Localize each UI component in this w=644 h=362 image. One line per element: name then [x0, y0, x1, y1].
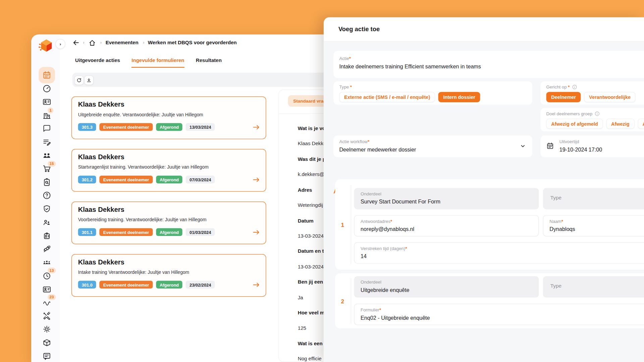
sidebar-item-contacts[interactable]: [42, 97, 52, 107]
formulier-field[interactable]: Formulier* Enq02 - Uitgebreide enquête: [354, 304, 644, 325]
package-icon: [42, 338, 51, 347]
sidebar-item-badges[interactable]: [42, 231, 52, 240]
card-badges: 301.3 Evenement deelnemer Afgerond 13/03…: [78, 123, 215, 131]
option-afwezig[interactable]: Afwezig: [606, 119, 634, 129]
home-icon: [89, 40, 96, 47]
sidebar-expand-button[interactable]: ›: [55, 39, 65, 49]
option-verantwoordelijke[interactable]: Verantwoordelijke: [584, 92, 636, 102]
app-logo: [38, 37, 55, 54]
question-text: Datum: [298, 217, 314, 225]
sidebar-item-tools[interactable]: [42, 311, 52, 321]
arrow-right-icon: [253, 229, 260, 235]
answer-text: Weteringdij: [298, 201, 323, 209]
history-count-badge: 13: [48, 267, 56, 273]
sidebar-item-messages[interactable]: [42, 351, 52, 361]
activity-count-badge: 23: [48, 294, 56, 300]
refresh-button[interactable]: [74, 75, 84, 85]
sidebar-item-compliance[interactable]: [42, 204, 52, 214]
sidebar-item-packages[interactable]: [42, 338, 52, 348]
home-button[interactable]: [89, 40, 96, 47]
answer-text: k.dekkers@s: [298, 171, 327, 178]
code-badge: 301.1: [78, 228, 96, 236]
answer-text: Klaas Dekke: [298, 140, 326, 147]
option-afgemeld[interactable]: Afgemeld: [638, 119, 644, 129]
open-card-arrow[interactable]: [253, 124, 260, 130]
type-field-group: Type * Externe actie (SMS / e-mail / enq…: [333, 81, 532, 105]
shield-check-icon: [42, 204, 51, 214]
antwoordadres-field[interactable]: Antwoordadres* noreply@dynabloqs.nl: [354, 215, 539, 237]
download-button[interactable]: [84, 75, 94, 85]
users-icon: [42, 151, 51, 160]
onderdeel-label: Onderdeel: [361, 191, 381, 196]
cube-logo-icon: [38, 37, 55, 54]
gauge-icon: [42, 84, 51, 93]
refresh-icon: [76, 77, 82, 83]
option-deelnemer[interactable]: Deelnemer: [546, 92, 581, 102]
open-card-arrow[interactable]: [253, 229, 260, 235]
formulier-value: Enq02 - Uitgebreide enquête: [361, 315, 430, 321]
sidebar-item-settings[interactable]: [42, 324, 52, 334]
team-icon: [42, 258, 51, 267]
gericht-op-label: Gericht op: [546, 84, 567, 89]
naam-field[interactable]: Naam* Dynabloqs: [543, 215, 644, 237]
tab-ingevulde-formulieren[interactable]: Ingevulde formulieren: [131, 57, 184, 68]
uitvoertijd-field[interactable]: Uitvoertijd 19-10-2024 17:00: [540, 135, 644, 157]
workflow-label: Actie workflow: [339, 139, 367, 144]
back-button[interactable]: [72, 39, 80, 47]
sidebar-item-participants[interactable]: [42, 150, 52, 160]
calendar-icon: [42, 71, 51, 80]
doel-groep-field-group: Doel deelnemers groep Afwezig of afgemel…: [540, 108, 644, 131]
uitvoertijd-label: Uitvoertijd: [559, 139, 579, 144]
verstreken-tijd-value: 14: [361, 253, 367, 259]
sidebar-item-trainers[interactable]: [42, 218, 52, 227]
open-card-arrow[interactable]: [253, 282, 260, 288]
gericht-op-field-group: Gericht op * Deelnemer Verantwoordelijke: [540, 81, 644, 105]
question-text: Hoe veel m: [298, 309, 325, 316]
sidebar-item-forms[interactable]: [42, 137, 52, 147]
modal-title: Voeg actie toe: [338, 25, 380, 33]
tab-resultaten[interactable]: Resultaten: [196, 57, 222, 68]
sidebar-item-audits[interactable]: [42, 177, 52, 187]
card-badges: 301.0 Evenement deelnemer Afgerond 23/02…: [78, 281, 215, 289]
required-mark: *: [379, 307, 381, 312]
actie-field[interactable]: Actie* Intake deelnemers training Effici…: [333, 51, 644, 78]
card-subtitle: Uitgebreide enquête. Verantwoordelijke: …: [78, 112, 203, 117]
form-card[interactable]: Klaas Dekkers Startvragenlijst training.…: [71, 149, 266, 191]
option-afwezig-of-afgemeld[interactable]: Afwezig of afgemeld: [546, 119, 603, 129]
type-badge: Evenement deelnemer: [100, 176, 153, 183]
modal-body: Actie* Intake deelnemers training Effici…: [324, 42, 644, 362]
question-text: Wat is je vo: [298, 125, 325, 132]
option-externe-actie[interactable]: Externe actie (SMS / e-mail / enquête): [339, 92, 435, 102]
naam-value: Dynabloqs: [549, 226, 575, 232]
sidebar-item-help[interactable]: [42, 190, 52, 200]
question-text: Ben jij een: [298, 278, 323, 286]
open-card-arrow[interactable]: [253, 177, 260, 183]
sidebar-item-dashboard[interactable]: [42, 84, 52, 94]
option-intern-dossier[interactable]: Intern dossier: [438, 92, 480, 102]
verstreken-tijd-field[interactable]: Verstreken tijd (dagen)* 14: [354, 242, 644, 263]
users-alt-icon: [42, 218, 51, 227]
workflow-select[interactable]: Actie workflow* Deelnemer medewerker dos…: [333, 135, 532, 157]
calendar-icon: [546, 142, 554, 150]
sidebar-item-teams[interactable]: [42, 257, 52, 267]
info-icon[interactable]: [572, 84, 577, 89]
sidebar-item-cards[interactable]: [42, 285, 52, 294]
form-card[interactable]: Klaas Dekkers Uitgebreide enquête. Veran…: [71, 97, 266, 139]
tab-uitgevoerde-acties[interactable]: Uitgevoerde acties: [75, 57, 120, 68]
breadcrumb-section[interactable]: Evenementen: [106, 40, 139, 46]
required-mark: *: [349, 56, 351, 61]
form-edit-icon: [42, 137, 51, 146]
sidebar-item-chat[interactable]: [42, 124, 52, 133]
card-subtitle: Voorbereiding training. Verantwoordelijk…: [78, 217, 207, 222]
info-icon[interactable]: [595, 111, 600, 116]
status-badge: Afgerond: [156, 281, 182, 289]
onderdeel-value: Uitgebreide enquête: [361, 287, 409, 293]
form-card[interactable]: Klaas Dekkers Voorbereiding training. Ve…: [71, 201, 266, 244]
arrow-right-icon: [253, 282, 260, 288]
sidebar-item-events[interactable]: [42, 70, 52, 80]
breadcrumb-separator: ›: [83, 40, 84, 45]
date-badge: 13/03/2024: [186, 123, 215, 131]
form-card[interactable]: Klaas Dekkers Intake training Verantwoor…: [71, 254, 266, 297]
sidebar-item-launch[interactable]: [42, 244, 52, 254]
item-number: 1: [338, 222, 347, 228]
